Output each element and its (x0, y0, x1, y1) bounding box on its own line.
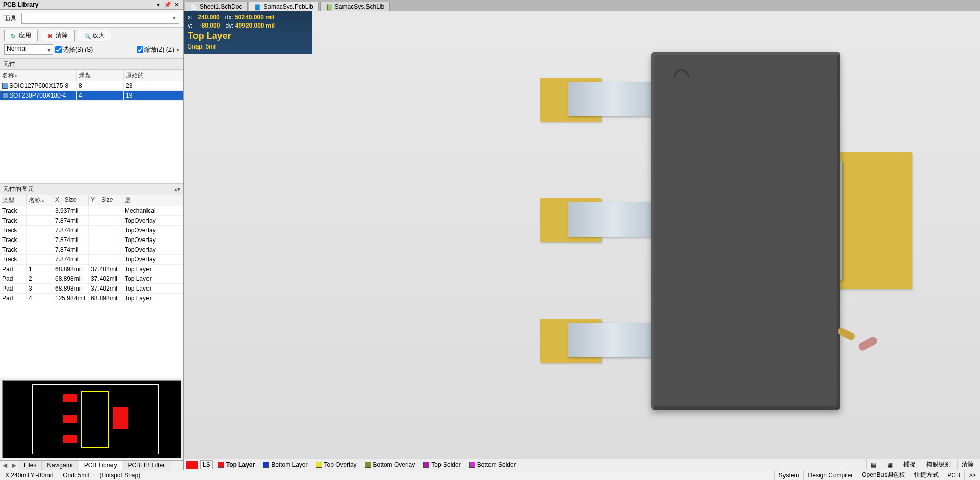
pin-icon[interactable]: 📌 (164, 1, 171, 8)
status-grid: Grid: 5mil (58, 472, 94, 479)
primitive-row[interactable]: Track3.937milMechanical (0, 206, 183, 216)
status-button[interactable]: PCB (943, 470, 964, 481)
tab-nav-right[interactable]: ▶ (9, 461, 18, 470)
layer-current-swatch (186, 461, 198, 469)
component-row[interactable]: SOT230P700X180-4419 (0, 91, 183, 101)
col-y[interactable]: Y—Size (89, 195, 122, 206)
clear-button[interactable]: 清除 (41, 30, 75, 41)
zoom-button[interactable]: 放大 (78, 30, 111, 41)
layer-stack-button[interactable]: LS (200, 460, 213, 469)
components-section: 元件 名称 焊盘 原始的 SOIC127P600X175-8823SOT230P… (0, 58, 183, 183)
primitive-row[interactable]: Track7.874milTopOverlay (0, 255, 183, 265)
status-button[interactable]: 快捷方式 (910, 470, 943, 481)
col-type[interactable]: 类型 (0, 195, 27, 206)
primitives-body[interactable]: Track3.937milMechanicalTrack7.874milTopO… (0, 206, 183, 378)
primitive-row[interactable]: Pad368.898mil37.402milTop Layer (0, 284, 183, 294)
doc-pcb-icon (254, 4, 260, 10)
footprint-icon (2, 83, 8, 89)
primitive-row[interactable]: Pad4125.984mil68.898milTop Layer (0, 294, 183, 303)
layer-tab[interactable]: Bottom Overlay (362, 461, 419, 468)
pcb-library-panel: PCB Library ▾ 📌 ✕ 面具 应用 清除 放大 Normal 选择(… (0, 0, 184, 470)
layer-right-button[interactable]: 清除 (957, 459, 978, 470)
primitive-row[interactable]: Track7.874milTopOverlay (0, 216, 183, 226)
status-hotspot: (Hotspot Snap) (94, 472, 146, 479)
chevron-down-icon[interactable]: ▾ (176, 46, 179, 53)
primitive-row[interactable]: Track7.874milTopOverlay (0, 226, 183, 235)
layer-swatch (423, 462, 429, 468)
pcb-3d-canvas[interactable]: x: 240.000 dx: 50240.000 mil y: -80.000 … (184, 11, 980, 459)
dropdown-icon[interactable]: ▾ (155, 1, 162, 8)
footprint-icon (2, 92, 8, 99)
editor-zone: Sheet1.SchDocSamacSys.PcbLibSamacSys.Sch… (184, 0, 980, 470)
zoom-icon (84, 33, 90, 39)
doc-lib-icon (326, 4, 332, 10)
layer-tab[interactable]: Top Layer (215, 461, 258, 468)
status-button[interactable]: System (774, 470, 803, 481)
primitives-header[interactable]: 元件的图元 ▴▾ (0, 183, 183, 195)
panel-tab[interactable]: Files (18, 461, 42, 470)
layer-tabs: LS Top LayerBottom LayerTop OverlayBotto… (184, 459, 980, 470)
layer-tab[interactable]: Bottom Solder (466, 461, 519, 468)
filter-row: Normal 选择(S) (S) 缩放(Z) (Z) ▾ (0, 43, 183, 58)
apply-icon (11, 33, 17, 39)
document-tabs: Sheet1.SchDocSamacSys.PcbLibSamacSys.Sch… (184, 0, 980, 11)
col-name[interactable]: 名称 (0, 70, 77, 81)
zoom-checkbox[interactable]: 缩放(Z) (Z) (137, 45, 174, 54)
document-tab[interactable]: Sheet1.SchDoc (185, 2, 248, 11)
col-pads[interactable]: 焊盘 (77, 70, 124, 81)
primitive-row[interactable]: Track7.874milTopOverlay (0, 245, 183, 255)
layer-swatch (263, 462, 269, 468)
status-button[interactable]: Design Compiler (803, 470, 857, 481)
panel-tab[interactable]: Navigator (42, 461, 79, 470)
minimap[interactable] (2, 380, 181, 458)
components-header[interactable]: 元件 (0, 58, 183, 70)
status-button[interactable]: >> (964, 470, 980, 481)
layer-right-button[interactable]: 捕捉 (899, 459, 920, 470)
status-bar: X:240mil Y:-80mil Grid: 5mil (Hotspot Sn… (0, 470, 980, 480)
panel-titlebar[interactable]: PCB Library ▾ 📌 ✕ (0, 0, 183, 10)
layer-swatch (469, 462, 475, 468)
clear-icon (47, 33, 54, 39)
mask-row: 面具 (0, 10, 183, 28)
apply-button[interactable]: 应用 (4, 30, 38, 41)
status-right-buttons: SystemDesign CompilerOpenBus调色板快捷方式PCB>> (774, 470, 980, 481)
col-pname[interactable]: 名称 (27, 195, 53, 206)
status-coord: X:240mil Y:-80mil (0, 472, 58, 479)
coordinate-hud: x: 240.000 dx: 50240.000 mil y: -80.000 … (184, 11, 312, 54)
left-panel-tabs: ◀ ▶ FilesNavigatorPCB LibraryPCBLIB Filt… (0, 460, 183, 470)
layer-right-button[interactable]: 掩膜级别 (922, 459, 955, 470)
grid-icon[interactable]: ▦ (866, 459, 880, 470)
mode-select[interactable]: Normal (4, 44, 53, 55)
primitive-row[interactable]: Pad268.898mil37.402milTop Layer (0, 274, 183, 284)
primitive-row[interactable]: Track7.874milTopOverlay (0, 235, 183, 245)
layer-swatch (316, 462, 322, 468)
document-tab[interactable]: SamacSys.PcbLib (249, 2, 318, 11)
status-button[interactable]: OpenBus调色板 (857, 470, 910, 481)
panel-tab[interactable]: PCBLIB Filter (122, 461, 170, 470)
app-root: PCB Library ▾ 📌 ✕ 面具 应用 清除 放大 Normal 选择(… (0, 0, 980, 480)
layer-tab[interactable]: Bottom Layer (260, 461, 310, 468)
col-layer[interactable]: 层 (122, 195, 183, 206)
panel-tab[interactable]: PCB Library (79, 461, 123, 470)
close-icon[interactable]: ✕ (173, 1, 180, 8)
view-axis-indicator (837, 330, 884, 356)
caret-icon[interactable]: ▴▾ (174, 186, 180, 193)
component-3d-model (550, 52, 851, 445)
component-row[interactable]: SOIC127P600X175-8823 (0, 81, 183, 91)
hud-layer: Top Layer (188, 30, 308, 42)
snap-icon[interactable]: ▦ (883, 459, 897, 470)
document-tab[interactable]: SamacSys.SchLib (320, 2, 390, 11)
layer-tab[interactable]: Top Overlay (313, 461, 360, 468)
doc-sch-icon (190, 4, 197, 10)
tab-nav-left[interactable]: ◀ (0, 461, 9, 470)
hud-snap: Snap: 5mil (188, 42, 308, 51)
layer-tab[interactable]: Top Solder (420, 461, 463, 468)
col-x[interactable]: X - Size (53, 195, 89, 206)
components-body[interactable]: SOIC127P600X175-8823SOT230P700X180-4419 (0, 81, 183, 183)
col-prims[interactable]: 原始的 (124, 70, 183, 81)
panel-title-text: PCB Library (3, 1, 153, 8)
primitive-row[interactable]: Pad168.898mil37.402milTop Layer (0, 265, 183, 274)
primitives-columns: 类型 名称 X - Size Y—Size 层 (0, 195, 183, 206)
select-checkbox[interactable]: 选择(S) (S) (55, 45, 93, 54)
mask-combo[interactable] (21, 13, 179, 24)
